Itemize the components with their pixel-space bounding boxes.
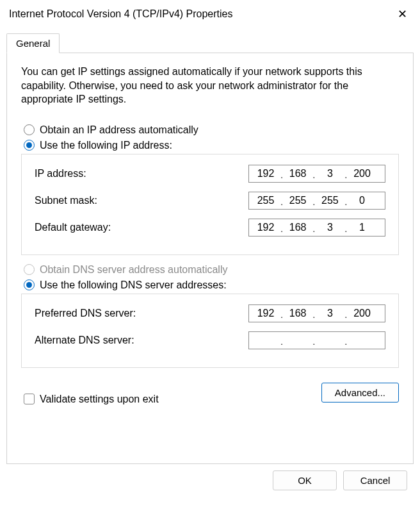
mask-octet-1[interactable]: [252, 195, 280, 206]
ip-octet-1[interactable]: [252, 168, 280, 179]
dot-icon: .: [344, 223, 347, 236]
radio-label: Obtain an IP address automatically: [40, 124, 198, 136]
field-alternate-dns: Alternate DNS server: . . .: [35, 331, 385, 349]
mask-octet-4[interactable]: [348, 195, 376, 206]
group-ip: IP address: . . . Subnet mask:: [21, 154, 399, 255]
checkbox-validate-settings[interactable]: Validate settings upon exit: [24, 394, 159, 405]
gw-octet-3[interactable]: [316, 222, 344, 233]
pref-dns-octet-3[interactable]: [316, 308, 344, 319]
radio-label: Use the following IP address:: [40, 140, 172, 151]
dot-icon: .: [312, 309, 315, 322]
bottom-row: Validate settings upon exit Advanced...: [21, 381, 399, 405]
dot-icon: .: [312, 336, 315, 349]
field-default-gateway: Default gateway: . . .: [35, 219, 385, 237]
pref-dns-octet-1[interactable]: [252, 308, 280, 319]
client-area: General You can get IP settings assigned…: [0, 28, 420, 507]
dialog-window: Internet Protocol Version 4 (TCP/IPv4) P…: [0, 0, 420, 507]
radio-icon: [24, 279, 35, 290]
dialog-title: Internet Protocol Version 4 (TCP/IPv4) P…: [9, 8, 394, 20]
dot-icon: .: [280, 336, 283, 349]
gw-octet-2[interactable]: [284, 222, 312, 233]
cancel-button[interactable]: Cancel: [343, 470, 407, 490]
intro-text: You can get IP settings assigned automat…: [21, 65, 399, 106]
pref-dns-octet-2[interactable]: [284, 308, 312, 319]
radio-label: Use the following DNS server addresses:: [40, 279, 227, 291]
subnet-mask-label: Subnet mask:: [35, 195, 97, 206]
dot-icon: .: [344, 309, 347, 322]
dot-icon: .: [280, 196, 283, 209]
alternate-dns-label: Alternate DNS server:: [35, 335, 134, 346]
radio-label: Obtain DNS server address automatically: [40, 264, 227, 276]
subnet-mask-input[interactable]: . . .: [248, 192, 385, 210]
dot-icon: .: [344, 196, 347, 209]
property-sheet: You can get IP settings assigned automat…: [6, 53, 414, 464]
ip-address-input[interactable]: . . .: [248, 165, 385, 183]
dot-icon: .: [280, 223, 283, 236]
preferred-dns-input[interactable]: . . .: [248, 304, 385, 322]
alt-dns-octet-3[interactable]: [316, 335, 344, 346]
radio-icon: [24, 264, 35, 275]
dot-icon: .: [312, 169, 315, 182]
mask-octet-3[interactable]: [316, 195, 344, 206]
alternate-dns-input[interactable]: . . .: [248, 331, 385, 349]
ip-octet-4[interactable]: [348, 168, 376, 179]
ip-octet-3[interactable]: [316, 168, 344, 179]
ip-address-label: IP address:: [35, 168, 86, 179]
ip-octet-2[interactable]: [284, 168, 312, 179]
close-icon[interactable]: ✕: [394, 7, 410, 21]
field-preferred-dns: Preferred DNS server: . . .: [35, 304, 385, 322]
dot-icon: .: [344, 336, 347, 349]
gw-octet-1[interactable]: [252, 222, 280, 233]
default-gateway-label: Default gateway:: [35, 222, 111, 233]
alt-dns-octet-1[interactable]: [252, 335, 280, 346]
tab-strip: General: [6, 33, 414, 53]
group-dns: Preferred DNS server: . . . Alternate DN…: [21, 294, 399, 368]
radio-icon: [24, 140, 35, 151]
checkbox-label: Validate settings upon exit: [40, 394, 159, 405]
dialog-footer: OK Cancel: [6, 464, 414, 499]
dot-icon: .: [312, 196, 315, 209]
tab-general[interactable]: General: [6, 33, 60, 53]
radio-icon: [24, 124, 35, 135]
pref-dns-octet-4[interactable]: [348, 308, 376, 319]
dot-icon: .: [344, 169, 347, 182]
advanced-button[interactable]: Advanced...: [321, 383, 399, 403]
dot-icon: .: [280, 309, 283, 322]
checkbox-icon: [24, 394, 35, 404]
dot-icon: .: [312, 223, 315, 236]
mask-octet-2[interactable]: [284, 195, 312, 206]
radio-obtain-dns-auto: Obtain DNS server address automatically: [24, 264, 396, 276]
preferred-dns-label: Preferred DNS server:: [35, 308, 136, 319]
alt-dns-octet-2[interactable]: [284, 335, 312, 346]
field-ip-address: IP address: . . .: [35, 165, 385, 183]
alt-dns-octet-4[interactable]: [348, 335, 376, 346]
default-gateway-input[interactable]: . . .: [248, 219, 385, 237]
ok-button[interactable]: OK: [273, 470, 337, 490]
gw-octet-4[interactable]: [348, 222, 376, 233]
field-subnet-mask: Subnet mask: . . .: [35, 192, 385, 210]
radio-obtain-ip-auto[interactable]: Obtain an IP address automatically: [24, 124, 396, 136]
dot-icon: .: [280, 169, 283, 182]
titlebar: Internet Protocol Version 4 (TCP/IPv4) P…: [0, 0, 420, 28]
